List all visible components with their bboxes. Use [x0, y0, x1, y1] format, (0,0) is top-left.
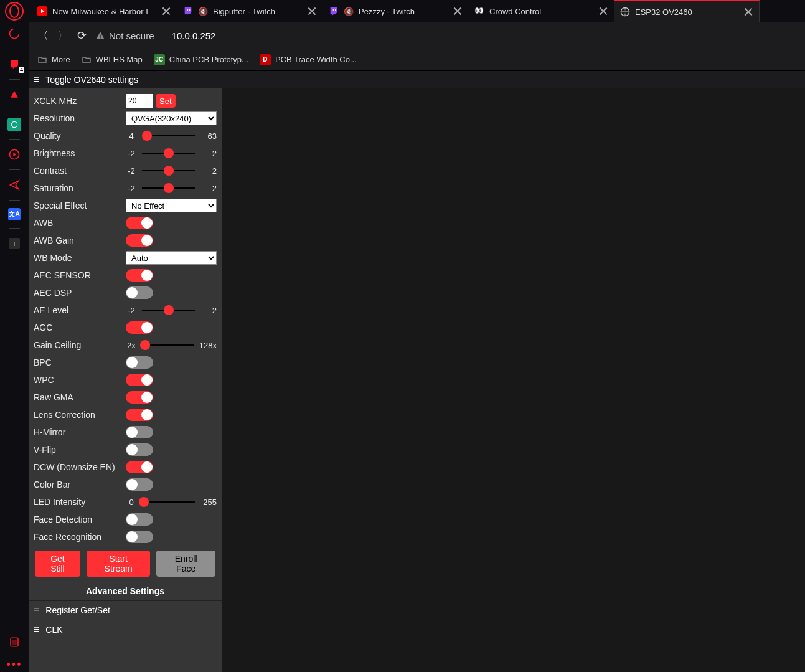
- lens-corr-label: Lens Correction: [34, 410, 126, 420]
- range-min: 0: [126, 498, 137, 507]
- crowd-icon: 👀: [474, 6, 484, 16]
- xclk-set-button[interactable]: Set: [156, 94, 176, 108]
- bookmarks-more[interactable]: More: [37, 55, 70, 65]
- row-awb-gain: AWB Gain: [29, 232, 222, 249]
- youtube-icon: [37, 6, 47, 16]
- ae-level-slider[interactable]: [142, 310, 195, 311]
- close-icon[interactable]: [599, 7, 608, 16]
- mute-icon: 🔇: [198, 7, 208, 16]
- tab-twitch-2[interactable]: 🔇 Pezzzy - Twitch: [322, 0, 468, 22]
- row-hmirror: H-Mirror: [29, 424, 222, 441]
- bookmark-jlc[interactable]: JC China PCB Prototyp...: [154, 54, 248, 65]
- tab-crowd[interactable]: 👀 Crowd Control: [468, 0, 614, 22]
- face-det-label: Face Detection: [34, 514, 126, 524]
- quality-slider[interactable]: [142, 135, 195, 136]
- mute-icon: 🔇: [344, 7, 354, 16]
- close-icon[interactable]: [308, 7, 316, 16]
- led-slider[interactable]: [142, 501, 195, 503]
- svg-rect-1: [187, 9, 188, 11]
- tab-twitch-1[interactable]: 🔇 Bigpuffer - Twitch: [177, 0, 322, 22]
- reload-button[interactable]: ⟳: [77, 29, 87, 42]
- bookmark-digikey[interactable]: D PCB Trace Width Co...: [260, 54, 357, 65]
- enroll-face-button[interactable]: Enroll Face: [156, 551, 215, 577]
- bookmark-wblhs[interactable]: WBLHS Map: [82, 55, 143, 65]
- raw-gma-toggle[interactable]: [126, 391, 153, 404]
- bpc-toggle[interactable]: [126, 356, 153, 369]
- aec-dsp-toggle[interactable]: [126, 286, 153, 299]
- face-det-toggle[interactable]: [126, 513, 153, 526]
- sidebar-add-icon[interactable]: +: [7, 236, 22, 251]
- face-rec-toggle[interactable]: [126, 531, 153, 543]
- gain-ceiling-slider[interactable]: [142, 344, 194, 346]
- url-area[interactable]: Not secure 10.0.0.252: [95, 31, 215, 41]
- hamburger-icon: ≡: [34, 624, 39, 635]
- row-bpc: BPC: [29, 354, 222, 371]
- range-min: -2: [126, 149, 137, 158]
- row-awb: AWB: [29, 214, 222, 232]
- sidebar-calculator-icon[interactable]: [7, 635, 22, 650]
- tab-bar: New Milwaukee & Harbor I 🔇 Bigpuffer - T…: [0, 0, 805, 22]
- range-max: 255: [200, 498, 217, 507]
- range-min: -2: [126, 306, 137, 315]
- sidebar-twitch-icon[interactable]: 4: [7, 57, 22, 72]
- agc-toggle[interactable]: [126, 321, 153, 334]
- sidebar-translate-icon[interactable]: 文A: [8, 208, 21, 220]
- svg-point-6: [10, 29, 19, 39]
- sidebar-triangle-icon[interactable]: [7, 87, 22, 102]
- close-icon[interactable]: [162, 7, 171, 16]
- special-effect-select[interactable]: No Effect: [126, 199, 217, 212]
- agc-label: AGC: [34, 323, 126, 333]
- xclk-input[interactable]: [126, 94, 153, 108]
- close-icon[interactable]: [744, 7, 753, 16]
- hmirror-label: H-Mirror: [34, 427, 126, 437]
- page-content: XCLK MHz Set Resolution QVGA(320x240) Qu…: [29, 88, 805, 672]
- brightness-slider[interactable]: [142, 153, 195, 154]
- opera-logo-icon[interactable]: [5, 2, 24, 21]
- sidebar-play-icon[interactable]: [7, 147, 22, 162]
- url-text: 10.0.0.252: [172, 31, 216, 41]
- contrast-slider[interactable]: [142, 170, 195, 171]
- close-icon[interactable]: [453, 7, 462, 16]
- address-bar: 〈 〉 ⟳ Not secure 10.0.0.252: [29, 22, 805, 49]
- row-quality: Quality463: [29, 127, 222, 144]
- forward-button[interactable]: 〉: [57, 28, 68, 43]
- color-bar-toggle[interactable]: [126, 478, 153, 491]
- register-get-set[interactable]: ≡ Register Get/Set: [29, 600, 222, 620]
- awb-toggle[interactable]: [126, 217, 153, 229]
- row-brightness: Brightness-22: [29, 144, 222, 162]
- dcw-toggle[interactable]: [126, 461, 153, 473]
- get-still-button[interactable]: Get Still: [35, 551, 80, 577]
- lens-corr-toggle[interactable]: [126, 409, 153, 421]
- resolution-select[interactable]: QVGA(320x240): [126, 111, 217, 125]
- row-face-rec: Face Recognition: [29, 528, 222, 546]
- row-wpc: WPC: [29, 371, 222, 389]
- panel-header-label: Toggle OV2640 settings: [45, 75, 138, 85]
- sidebar-more-icon[interactable]: •••: [7, 657, 22, 672]
- bpc-label: BPC: [34, 357, 126, 367]
- hamburger-icon: ≡: [34, 605, 39, 616]
- hmirror-toggle[interactable]: [126, 426, 153, 438]
- range-min: 4: [126, 131, 137, 141]
- tab-youtube[interactable]: New Milwaukee & Harbor I: [31, 0, 177, 22]
- warning-icon: [95, 31, 105, 40]
- saturation-slider[interactable]: [142, 187, 195, 189]
- start-stream-button[interactable]: Start Stream: [87, 551, 150, 577]
- clk-section[interactable]: ≡ CLK: [29, 620, 222, 639]
- row-wb-mode: WB ModeAuto: [29, 249, 222, 267]
- range-min: -2: [126, 166, 137, 176]
- back-button[interactable]: 〈: [37, 28, 49, 43]
- row-ae-level: AE Level-22: [29, 301, 222, 319]
- sidebar-chatgpt-icon[interactable]: [7, 118, 21, 131]
- sidebar-send-icon[interactable]: [7, 177, 22, 192]
- not-secure-badge[interactable]: Not secure: [95, 31, 154, 41]
- panel-toggle-header[interactable]: ≡ Toggle OV2640 settings: [29, 71, 805, 88]
- sidebar-clock-icon[interactable]: [7, 26, 22, 41]
- advanced-settings-header: Advanced Settings: [29, 582, 222, 600]
- wpc-toggle[interactable]: [126, 374, 153, 386]
- aec-sensor-toggle[interactable]: [126, 269, 153, 282]
- svg-rect-13: [100, 35, 100, 37]
- wb-mode-select[interactable]: Auto: [126, 251, 217, 265]
- tab-esp32[interactable]: ESP32 OV2460: [614, 0, 760, 22]
- vflip-toggle[interactable]: [126, 443, 153, 456]
- awb-gain-toggle[interactable]: [126, 234, 153, 247]
